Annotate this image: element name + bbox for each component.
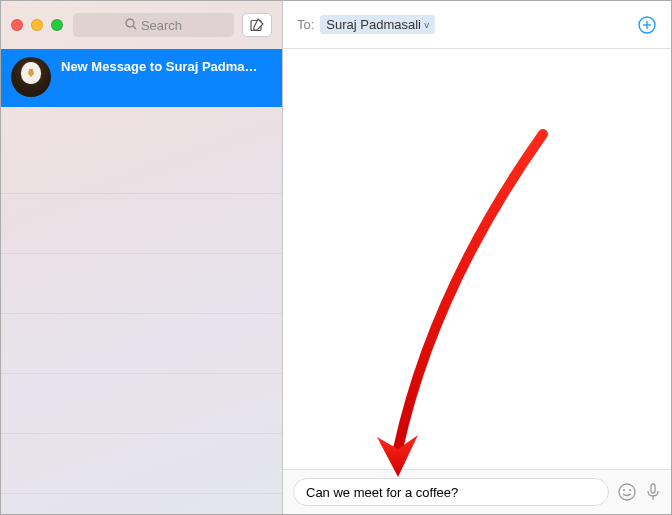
conversation-text: New Message to Suraj Padma… — [61, 57, 272, 74]
svg-line-1 — [133, 26, 136, 29]
sidebar: Search New Message to Suraj Padma… — [1, 1, 283, 514]
microphone-icon — [645, 482, 661, 502]
window-controls — [11, 19, 63, 31]
messages-window: Search New Message to Suraj Padma… — [1, 1, 671, 514]
message-input[interactable] — [293, 478, 609, 506]
svg-point-9 — [629, 489, 631, 491]
svg-point-8 — [623, 489, 625, 491]
conversation-title: New Message to Suraj Padma… — [61, 59, 272, 74]
svg-rect-10 — [651, 484, 655, 493]
recipient-chip[interactable]: Suraj Padmasali ⅴ — [320, 15, 435, 34]
add-recipient-button[interactable] — [637, 15, 657, 35]
svg-point-7 — [619, 484, 635, 500]
composer-bar — [283, 469, 671, 514]
to-bar: To: Suraj Padmasali ⅴ — [283, 1, 671, 49]
search-icon — [125, 18, 137, 33]
compose-icon — [249, 17, 265, 33]
avatar — [11, 57, 51, 97]
voice-button[interactable] — [645, 482, 661, 502]
sidebar-dividers — [1, 134, 282, 514]
search-placeholder: Search — [141, 18, 182, 33]
close-window-button[interactable] — [11, 19, 23, 31]
minimize-window-button[interactable] — [31, 19, 43, 31]
annotation-arrow — [343, 129, 623, 489]
svg-point-0 — [126, 19, 134, 27]
main-panel: To: Suraj Padmasali ⅴ — [283, 1, 671, 514]
recipient-name: Suraj Padmasali — [326, 17, 421, 32]
compose-button[interactable] — [242, 13, 272, 37]
titlebar: Search — [1, 1, 282, 49]
emoji-button[interactable] — [617, 482, 637, 502]
smiley-icon — [617, 482, 637, 502]
messages-area — [283, 49, 671, 469]
plus-circle-icon — [637, 15, 657, 35]
to-label: To: — [297, 17, 314, 32]
conversation-item-selected[interactable]: New Message to Suraj Padma… — [1, 49, 282, 107]
zoom-window-button[interactable] — [51, 19, 63, 31]
search-input[interactable]: Search — [73, 13, 234, 37]
chevron-down-icon: ⅴ — [424, 20, 429, 30]
